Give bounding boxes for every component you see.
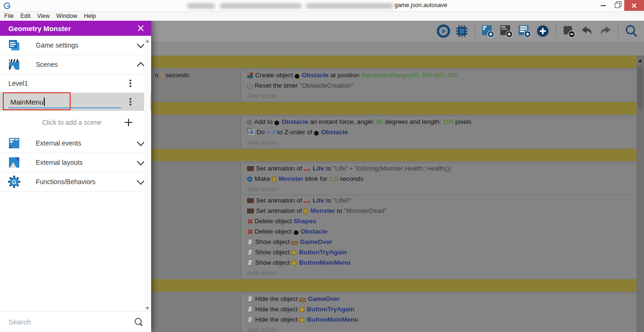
event-conditions[interactable] <box>151 117 241 148</box>
sidebar-item-external-layouts[interactable]: External layouts <box>0 153 151 172</box>
events-scrollbar[interactable] <box>636 56 644 332</box>
action-row[interactable]: Hide the object ButtonTryAgain <box>247 304 636 315</box>
event-group-bar[interactable] <box>151 149 636 161</box>
event-group-bar[interactable] <box>151 279 636 292</box>
sidebar-item-game-settings[interactable]: Game settings <box>0 36 151 55</box>
event-conditions[interactable]: n 5 seconds <box>151 70 241 101</box>
action-row[interactable]: Hide the object GameOver <box>247 294 636 304</box>
action-row[interactable]: Set animation of Monster to "MonsterDead… <box>247 206 636 216</box>
drawer-scrollbar[interactable] <box>144 38 150 312</box>
action-row[interactable]: Delete object Obstacle <box>247 227 636 237</box>
chevron-up-icon[interactable] <box>137 62 145 70</box>
close-drawer-icon[interactable] <box>137 24 145 32</box>
text-field-underline <box>8 107 121 108</box>
kebab-menu-icon[interactable] <box>129 98 131 105</box>
menu-file[interactable]: File <box>4 13 18 19</box>
action-row[interactable]: Hide the object ButtonMainMenu <box>247 315 636 325</box>
plus-icon[interactable] <box>125 119 132 126</box>
sidebar-item-scenes[interactable]: Scenes <box>0 55 151 74</box>
event[interactable]: Add to Obstacle an instant force, angle:… <box>151 117 636 148</box>
event-conditions[interactable] <box>151 163 241 194</box>
functions-behaviors-icon: G <box>8 175 21 188</box>
add-event-icon[interactable] <box>481 24 495 38</box>
chevron-down-icon[interactable] <box>137 177 145 185</box>
undo-icon[interactable] <box>580 24 594 38</box>
search-icon[interactable] <box>624 24 638 38</box>
debug-icon[interactable] <box>455 24 469 38</box>
event-conditions[interactable] <box>151 195 241 278</box>
token: an instant force, angle: <box>308 118 376 125</box>
scene-name-input[interactable]: MainMenu <box>8 97 45 106</box>
add-action-button[interactable]: Add action <box>247 325 636 332</box>
action-row[interactable]: Show object ButtonMainMenu <box>247 258 636 268</box>
action-row[interactable]: Show object ButtonTryAgain <box>247 247 636 258</box>
search-icon[interactable] <box>134 317 143 326</box>
action-row[interactable]: Delete object Shapes <box>247 216 636 227</box>
restore-button[interactable] <box>610 0 624 11</box>
play-icon[interactable] <box>436 24 451 38</box>
event[interactable]: Hide the object GameOverHide the object … <box>151 294 636 332</box>
token: Delete object <box>255 218 294 225</box>
event[interactable]: n 5 secondsCreate object Obstacle at pos… <box>151 70 636 101</box>
action-row[interactable]: Add to Obstacle an instant force, angle:… <box>247 117 636 127</box>
add-scene-label: Click to add a scene <box>8 119 125 126</box>
scroll-down-icon[interactable] <box>145 307 149 310</box>
external-layouts-icon <box>8 156 21 169</box>
action-row[interactable]: Set animation of Life to "Life0" <box>247 195 636 206</box>
action-row[interactable]: Create object Obstacle at position Rando… <box>247 70 636 81</box>
action-row[interactable]: Do = 4 to Z-order of Obstacle <box>247 127 636 138</box>
action-row[interactable]: Set animation of Life to "Life" + ToStri… <box>247 163 636 174</box>
event-group-bar[interactable] <box>151 56 636 68</box>
sidebar-item-external-events[interactable]: External events <box>0 134 151 153</box>
add-action-button[interactable]: Add action <box>247 91 636 101</box>
redo-icon[interactable] <box>598 24 612 38</box>
scene-item-mainmenu-editing[interactable]: MainMenu <box>0 93 151 111</box>
add-action-button[interactable]: Add action <box>247 138 636 148</box>
add-action-button[interactable]: Add action <box>247 184 636 194</box>
token: ButtonMainMenu <box>307 316 358 323</box>
minimize-button[interactable] <box>596 0 610 11</box>
add-circle-icon[interactable] <box>536 24 550 38</box>
bomb-icon <box>274 121 279 125</box>
menu-edit[interactable]: Edit <box>20 13 35 19</box>
token: seconds <box>164 72 189 79</box>
chevron-down-icon[interactable] <box>137 158 145 166</box>
event-group-bar[interactable] <box>151 102 636 114</box>
sidebar-item-functions-behaviors[interactable]: G Functions/Behaviors <box>0 172 151 192</box>
chevron-down-icon[interactable] <box>137 138 145 146</box>
action-row[interactable]: Show object GameOver <box>247 237 636 247</box>
scroll-up-icon[interactable] <box>145 40 149 42</box>
kebab-menu-icon[interactable] <box>129 80 131 87</box>
add-action-button[interactable]: Add action <box>247 268 636 278</box>
scroll-up-icon[interactable] <box>638 59 642 62</box>
token: "Life0" <box>333 197 351 204</box>
event-conditions[interactable] <box>151 294 241 332</box>
action-row[interactable]: Make Monster blink for 1.5 seconds <box>247 174 636 184</box>
token: Delete object <box>255 228 294 235</box>
search-placeholder[interactable]: Search <box>8 318 31 326</box>
window-title: game.json.autosave <box>394 2 447 8</box>
event[interactable]: Set animation of Life to "Life" + ToStri… <box>151 163 636 194</box>
event[interactable]: Set animation of Life to "Life0"Set anim… <box>151 195 636 278</box>
add-subevent-icon[interactable] <box>517 24 531 38</box>
events-list: n 5 secondsCreate object Obstacle at pos… <box>151 56 636 332</box>
add-scene-button[interactable]: Click to add a scene <box>0 111 151 134</box>
menu-window[interactable]: Window <box>56 13 81 19</box>
menu-view[interactable]: View <box>37 13 54 19</box>
token: Hide the object <box>255 306 299 313</box>
gameover-icon <box>291 241 298 245</box>
menu-help[interactable]: Help <box>84 13 100 19</box>
chevron-down-icon[interactable] <box>137 40 145 49</box>
remove-event-icon[interactable] <box>562 24 576 38</box>
scrollbar-thumb[interactable] <box>637 67 643 109</box>
token: ButtonMainMenu <box>299 259 350 266</box>
redacted-title-text <box>187 3 215 8</box>
close-window-button[interactable] <box>624 0 644 11</box>
token: Shapes <box>294 218 316 225</box>
external-events-icon <box>8 137 21 150</box>
scene-label: Level1 <box>8 80 28 87</box>
add-comment-icon[interactable] <box>499 24 513 38</box>
action-row[interactable]: Reset the timer "ObstacleCreation" <box>247 81 636 91</box>
scene-item-level1[interactable]: Level1 <box>0 74 151 93</box>
coin-icon <box>291 250 297 255</box>
